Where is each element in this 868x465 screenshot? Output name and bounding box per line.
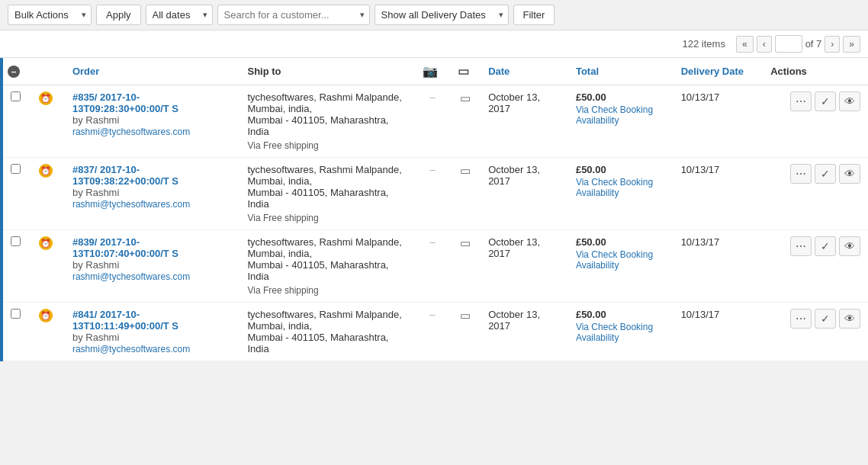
table-row: ⏰ #837/ 2017-10-13T09:38:22+00:00/T S by… [0, 158, 868, 230]
prev-page-button[interactable]: ‹ [757, 36, 772, 53]
row-img2-cell: ▭ [450, 85, 481, 158]
order-link[interactable]: #841/ 2017-10-13T10:11:49+00:00/T S [72, 309, 178, 332]
order-email-link[interactable]: rashmi@tychesoftwares.com [72, 344, 190, 354]
header-ship-col: Ship to [240, 58, 415, 85]
row-status-cell: ⏰ [31, 158, 65, 230]
bulk-actions-select[interactable]: Bulk Actions [8, 5, 92, 25]
row-img1-cell: – [415, 158, 450, 230]
row-delivery-cell: 10/13/17 [674, 303, 764, 361]
row-checkbox[interactable] [11, 309, 21, 319]
header-actions-col: Actions [763, 58, 868, 85]
bulk-actions-wrapper: Bulk Actions ▾ [8, 5, 92, 25]
all-dates-select[interactable]: All dates [146, 5, 213, 25]
first-page-button[interactable]: « [736, 36, 754, 53]
orders-table: – Order Ship to 📷 ▭ Date Total Delivery … [0, 58, 868, 361]
order-email-link[interactable]: rashmi@tychesoftwares.com [72, 127, 190, 137]
toolbar: Bulk Actions ▾ Apply All dates ▾ ▾ Show … [0, 0, 868, 30]
status-clock-icon: ⏰ [39, 164, 53, 178]
ship-via: Via Free shipping [247, 140, 407, 151]
order-total-note: Via Check Booking Availability [576, 249, 666, 271]
more-actions-button[interactable]: ⋯ [790, 91, 812, 111]
last-page-button[interactable]: » [843, 36, 860, 53]
delivery-dates-select[interactable]: Show all Delivery Dates [375, 5, 509, 25]
apply-button[interactable]: Apply [96, 5, 141, 25]
complete-action-button[interactable]: ✓ [815, 91, 836, 111]
more-actions-button[interactable]: ⋯ [790, 236, 812, 256]
header-date-col[interactable]: Date [481, 58, 568, 85]
img1-dash: – [429, 91, 435, 103]
row-checkbox[interactable] [11, 91, 21, 101]
header-total-col[interactable]: Total [568, 58, 674, 85]
more-actions-button[interactable]: ⋯ [790, 309, 812, 329]
table-row: ⏰ #835/ 2017-10-13T09:28:30+00:00/T S by… [0, 85, 868, 158]
img2-icon: ▭ [460, 164, 471, 177]
order-link[interactable]: #839/ 2017-10-13T10:07:40+00:00/T S [72, 236, 178, 259]
row-delivery-cell: 10/13/17 [674, 158, 764, 230]
row-date-cell: October 13, 2017 [481, 230, 568, 303]
row-total-cell: £50.00 Via Check Booking Availability [568, 303, 674, 361]
order-link[interactable]: #837/ 2017-10-13T09:38:22+00:00/T S [72, 164, 178, 187]
header-status-col [31, 58, 65, 85]
row-order-cell: #841/ 2017-10-13T10:11:49+00:00/T S by R… [65, 303, 240, 361]
row-img1-cell: – [415, 303, 450, 361]
row-img2-cell: ▭ [450, 230, 481, 303]
row-img2-cell: ▭ [450, 158, 481, 230]
header-order-col[interactable]: Order [65, 58, 240, 85]
row-checkbox[interactable] [11, 236, 21, 246]
order-total-note: Via Check Booking Availability [576, 104, 666, 126]
view-action-button[interactable]: 👁 [839, 309, 860, 329]
complete-action-button[interactable]: ✓ [815, 236, 836, 256]
row-actions-cell: ⋯ ✓ 👁 [763, 303, 868, 361]
row-actions-cell: ⋯ ✓ 👁 [763, 158, 868, 230]
row-date-cell: October 13, 2017 [481, 158, 568, 230]
view-action-button[interactable]: 👁 [839, 91, 860, 111]
row-total-cell: £50.00 Via Check Booking Availability [568, 85, 674, 158]
row-checkbox-cell [0, 303, 31, 361]
row-checkbox[interactable] [11, 164, 21, 174]
order-total-note: Via Check Booking Availability [576, 322, 666, 343]
ship-name: tychesoftwares, Rashmi Malpande, Mumbai,… [247, 309, 401, 332]
bulk-select-icon[interactable]: – [8, 66, 20, 78]
row-date-cell: October 13, 2017 [481, 303, 568, 361]
view-action-button[interactable]: 👁 [839, 164, 860, 184]
order-link[interactable]: #835/ 2017-10-13T09:28:30+00:00/T S [72, 91, 178, 114]
row-status-cell: ⏰ [31, 230, 65, 303]
status-clock-icon: ⏰ [39, 309, 53, 322]
ship-address: Mumbai - 401105, Maharashtra, India [247, 114, 388, 137]
order-by-text: by Rashmi [72, 332, 119, 343]
row-order-cell: #839/ 2017-10-13T10:07:40+00:00/T S by R… [65, 230, 240, 303]
row-img2-cell: ▭ [450, 303, 481, 361]
all-dates-wrapper: All dates ▾ [146, 5, 213, 25]
complete-action-button[interactable]: ✓ [815, 164, 836, 184]
page-number-input[interactable]: 1 [775, 35, 802, 53]
customer-search-input[interactable] [217, 5, 370, 25]
row-img1-cell: – [415, 230, 450, 303]
order-email-link[interactable]: rashmi@tychesoftwares.com [72, 199, 190, 210]
ship-address: Mumbai - 401105, Maharashtra, India [247, 187, 388, 210]
more-actions-button[interactable]: ⋯ [790, 164, 812, 184]
next-page-button[interactable]: › [825, 36, 840, 53]
delivery-date-value: 10/13/17 [681, 91, 720, 103]
delivery-date-value: 10/13/17 [681, 164, 720, 175]
ship-address: Mumbai - 401105, Maharashtra, India [247, 259, 388, 282]
row-ship-cell: tychesoftwares, Rashmi Malpande, Mumbai,… [240, 158, 415, 230]
pagination-bar: 122 items « ‹ 1 of 7 › » [0, 30, 868, 58]
header-delivery-col[interactable]: Delivery Date [674, 58, 764, 85]
complete-action-button[interactable]: ✓ [815, 309, 836, 329]
order-email-link[interactable]: rashmi@tychesoftwares.com [72, 271, 190, 282]
img1-dash: – [429, 164, 435, 175]
view-action-button[interactable]: 👁 [839, 236, 860, 256]
delivery-dates-wrapper: Show all Delivery Dates ▾ [375, 5, 509, 25]
row-actions-cell: ⋯ ✓ 👁 [763, 230, 868, 303]
action-buttons-group: ⋯ ✓ 👁 [770, 164, 860, 184]
row-delivery-cell: 10/13/17 [674, 85, 764, 158]
order-total-note: Via Check Booking Availability [576, 177, 666, 198]
row-order-cell: #835/ 2017-10-13T09:28:30+00:00/T S by R… [65, 85, 240, 158]
action-buttons-group: ⋯ ✓ 👁 [770, 309, 860, 329]
img2-icon: ▭ [460, 236, 471, 249]
order-date: October 13, 2017 [488, 164, 540, 187]
order-by-text: by Rashmi [72, 259, 119, 271]
ship-via: Via Free shipping [247, 285, 407, 296]
filter-button[interactable]: Filter [513, 5, 555, 25]
row-ship-cell: tychesoftwares, Rashmi Malpande, Mumbai,… [240, 230, 415, 303]
